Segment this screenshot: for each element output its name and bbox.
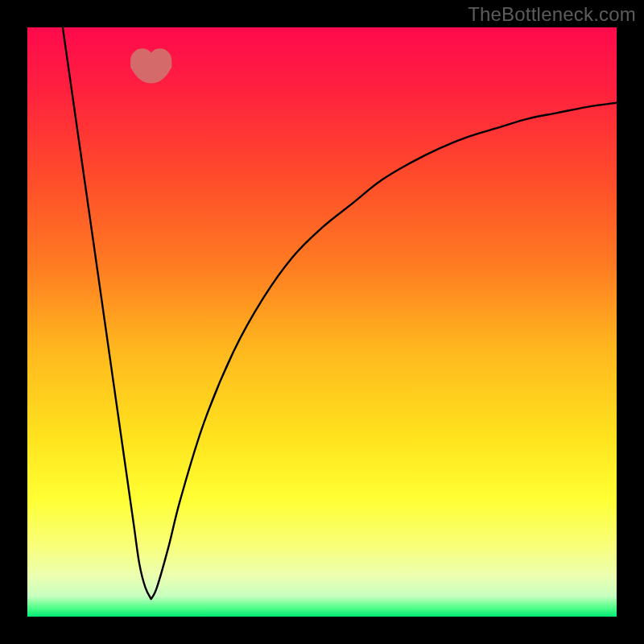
- bottleneck-marker: [142, 60, 160, 72]
- plot-svg: [27, 27, 617, 617]
- gradient-bg: [27, 27, 617, 617]
- watermark-text: TheBottleneck.com: [468, 3, 636, 26]
- plot-area: [27, 27, 617, 617]
- outer-frame: TheBottleneck.com: [0, 0, 644, 644]
